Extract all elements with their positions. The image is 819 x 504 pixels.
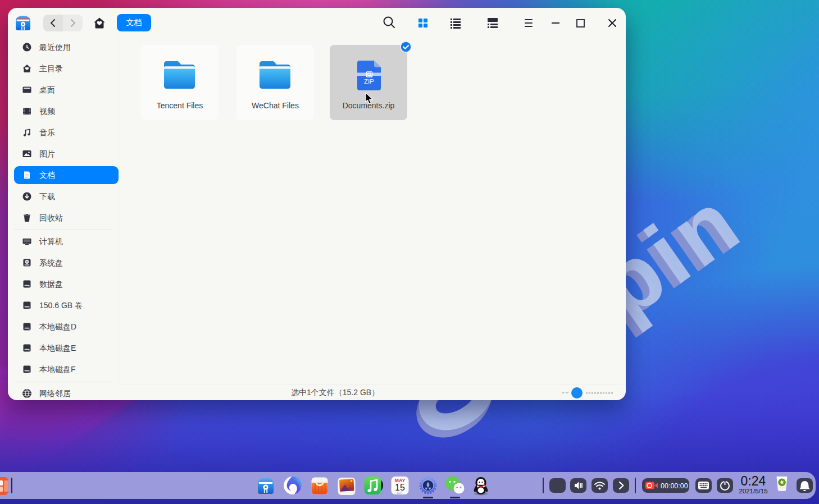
svg-text:SAT: SAT xyxy=(397,491,403,494)
svg-text:00:00:00: 00:00:00 xyxy=(661,482,688,490)
svg-text:ZIP: ZIP xyxy=(364,78,374,85)
